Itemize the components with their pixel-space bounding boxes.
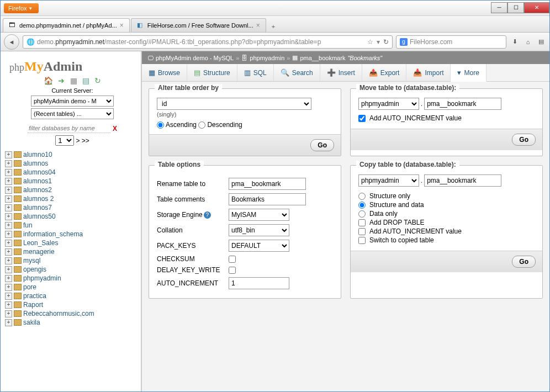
- database-item[interactable]: +alumnos50: [5, 212, 140, 221]
- expand-icon[interactable]: +: [5, 301, 12, 309]
- structure-data-radio[interactable]: [358, 202, 366, 209]
- database-name[interactable]: fun: [23, 221, 33, 229]
- database-name[interactable]: alumnos7: [23, 204, 52, 211]
- minimize-button[interactable]: ─: [491, 2, 507, 13]
- tab-browse[interactable]: ▦Browse: [142, 64, 187, 81]
- database-name[interactable]: alumnos1: [23, 177, 52, 185]
- data-only-radio[interactable]: [358, 210, 366, 218]
- database-item[interactable]: +opengis: [5, 265, 140, 274]
- tab-more[interactable]: ▾More: [451, 64, 486, 82]
- tab-close-icon[interactable]: ×: [120, 22, 124, 29]
- expand-icon[interactable]: +: [5, 169, 12, 176]
- expand-icon[interactable]: +: [5, 151, 12, 158]
- database-name[interactable]: phpmyadmin: [23, 274, 61, 282]
- database-item[interactable]: +Leon_Sales: [5, 239, 140, 247]
- expand-icon[interactable]: +: [5, 222, 12, 229]
- database-name[interactable]: sakila: [23, 319, 40, 326]
- copy-table-input[interactable]: [424, 174, 501, 187]
- move-autoinc-checkbox[interactable]: [358, 115, 366, 122]
- server-select[interactable]: phpMyAdmin demo - M: [31, 96, 114, 107]
- packkeys-select[interactable]: DEFAULT: [229, 240, 289, 252]
- autoincrement-input[interactable]: [229, 277, 289, 289]
- dropdown-icon[interactable]: ▾: [377, 38, 380, 46]
- delaykey-checkbox[interactable]: [229, 267, 236, 274]
- database-item[interactable]: +pore: [5, 283, 140, 292]
- database-name[interactable]: mysql: [23, 257, 40, 264]
- database-item[interactable]: +alumno10: [5, 150, 140, 159]
- go-button[interactable]: Go: [512, 134, 536, 146]
- url-bar[interactable]: 🌐 demo.phpmyadmin.net/master-config/#PMA…: [23, 35, 393, 49]
- expand-icon[interactable]: +: [5, 160, 12, 167]
- reload-icon[interactable]: ↻: [383, 38, 389, 46]
- database-name[interactable]: pore: [23, 283, 36, 291]
- copy-autoinc-checkbox[interactable]: [358, 228, 366, 235]
- expand-icon[interactable]: +: [5, 204, 12, 211]
- database-name[interactable]: Leon_Sales: [23, 239, 58, 247]
- database-name[interactable]: alumnos: [23, 160, 48, 167]
- filter-databases-input[interactable]: [28, 124, 110, 133]
- recent-tables-select[interactable]: (Recent tables) ...: [31, 108, 114, 119]
- tab-import[interactable]: 📥Import: [406, 64, 451, 81]
- database-item[interactable]: +alumnos1: [5, 177, 140, 186]
- expand-icon[interactable]: +: [5, 310, 12, 317]
- expand-icon[interactable]: +: [5, 231, 12, 238]
- firefox-menu-button[interactable]: Firefox: [4, 3, 39, 13]
- database-name[interactable]: Rebeccahornmusic,com: [23, 310, 94, 317]
- expand-icon[interactable]: +: [5, 257, 12, 264]
- descending-radio[interactable]: Descending: [198, 121, 242, 129]
- database-item[interactable]: +Rebeccahornmusic,com: [5, 309, 140, 318]
- bookmarks-icon[interactable]: ▤: [536, 38, 546, 45]
- database-name[interactable]: menagerie: [23, 248, 55, 256]
- home-icon[interactable]: 🏠: [44, 76, 53, 85]
- tab-search[interactable]: 🔍Search: [274, 64, 320, 81]
- filter-clear-icon[interactable]: X: [113, 125, 117, 133]
- database-item[interactable]: +alumnos: [5, 159, 140, 168]
- tab-sql[interactable]: ▥SQL: [237, 64, 274, 81]
- expand-icon[interactable]: +: [5, 284, 12, 291]
- rename-input[interactable]: [229, 178, 306, 190]
- ascending-radio[interactable]: Ascending: [157, 121, 197, 129]
- new-tab-button[interactable]: +: [267, 21, 279, 32]
- expand-icon[interactable]: +: [5, 187, 12, 194]
- home-icon[interactable]: ⌂: [523, 39, 533, 45]
- database-name[interactable]: alumnos50: [23, 213, 56, 220]
- database-name[interactable]: opengis: [23, 266, 46, 273]
- pager-next[interactable]: > >>: [76, 137, 89, 145]
- tab-insert[interactable]: ➕Insert: [320, 64, 362, 81]
- database-item[interactable]: +mysql: [5, 256, 140, 265]
- breadcrumb-table[interactable]: pma__bookmark: [300, 55, 345, 61]
- expand-icon[interactable]: +: [5, 213, 12, 220]
- database-item[interactable]: +practica: [5, 292, 140, 300]
- search-box[interactable]: g FileHorse.com: [396, 35, 506, 49]
- database-item[interactable]: +alumnos7: [5, 203, 140, 212]
- database-name[interactable]: alumnos2: [23, 186, 52, 194]
- database-item[interactable]: +Raport: [5, 300, 140, 309]
- close-button[interactable]: ✕: [524, 2, 549, 13]
- docs-icon[interactable]: ▤: [82, 76, 89, 85]
- expand-icon[interactable]: +: [5, 195, 12, 203]
- expand-icon[interactable]: +: [5, 178, 12, 185]
- expand-icon[interactable]: +: [5, 248, 12, 256]
- copy-db-select[interactable]: phpmyadmin: [358, 174, 419, 187]
- expand-icon[interactable]: +: [5, 266, 12, 273]
- help-icon[interactable]: ?: [204, 211, 211, 219]
- expand-icon[interactable]: +: [5, 275, 12, 282]
- database-item[interactable]: +sakila: [5, 318, 140, 327]
- database-item[interactable]: +menagerie: [5, 247, 140, 256]
- go-button[interactable]: Go: [310, 139, 334, 151]
- logout-icon[interactable]: ➜: [58, 76, 65, 85]
- database-item[interactable]: +information_schema: [5, 230, 140, 239]
- database-item[interactable]: +phpmyadmin: [5, 274, 140, 283]
- move-db-select[interactable]: phpmyadmin: [358, 98, 419, 110]
- database-name[interactable]: alumnos 2: [23, 195, 54, 203]
- expand-icon[interactable]: +: [5, 319, 12, 326]
- breadcrumb-db[interactable]: phpmyadmin: [250, 55, 284, 61]
- database-item[interactable]: +alumnos2: [5, 186, 140, 194]
- maximize-button[interactable]: ☐: [507, 2, 524, 13]
- refresh-icon[interactable]: ↻: [94, 76, 101, 85]
- comments-input[interactable]: [229, 193, 306, 205]
- database-name[interactable]: alumnos04: [23, 168, 56, 176]
- tab-structure[interactable]: ▤Structure: [187, 64, 237, 81]
- expand-icon[interactable]: +: [5, 240, 12, 247]
- page-select[interactable]: 1: [55, 135, 74, 146]
